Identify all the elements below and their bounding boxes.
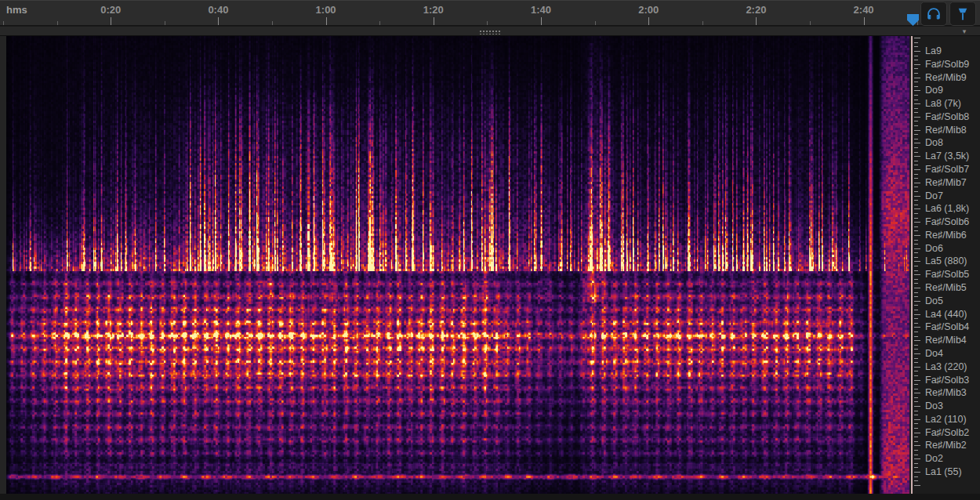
note-label: Re♯/Mib6 bbox=[925, 230, 967, 241]
note-tick bbox=[914, 367, 920, 368]
note-label: Fa♯/Solb2 bbox=[925, 427, 969, 438]
note-tick bbox=[914, 371, 918, 371]
note-tick bbox=[914, 213, 918, 214]
note-tick bbox=[914, 130, 920, 131]
note-tick bbox=[914, 349, 918, 350]
note-tick bbox=[914, 437, 918, 437]
note-tick bbox=[914, 183, 920, 183]
note-tick bbox=[914, 314, 920, 315]
note-tick bbox=[914, 433, 920, 433]
note-tick bbox=[914, 415, 918, 415]
note-tick bbox=[914, 380, 920, 381]
time-tick bbox=[379, 21, 380, 25]
scrollbar-grip[interactable] bbox=[478, 29, 502, 34]
note-tick bbox=[914, 125, 918, 126]
note-tick bbox=[914, 485, 920, 486]
note-label: Fa♯/Solb3 bbox=[925, 375, 969, 386]
note-tick bbox=[914, 401, 918, 402]
note-label: La7 (3,5k) bbox=[925, 150, 969, 161]
note-tick bbox=[914, 257, 918, 258]
note-tick bbox=[914, 419, 920, 420]
note-label: Re♯/Mib7 bbox=[925, 177, 967, 188]
note-tick bbox=[914, 266, 918, 266]
note-tick bbox=[914, 64, 920, 65]
note-tick bbox=[914, 283, 918, 284]
note-tick bbox=[914, 248, 920, 249]
note-tick bbox=[914, 340, 920, 341]
note-tick bbox=[914, 121, 918, 121]
monitor-button[interactable] bbox=[920, 2, 947, 26]
note-tick bbox=[914, 78, 920, 78]
note-label: Do4 bbox=[925, 348, 943, 359]
note-label: Re♯/Mib5 bbox=[925, 282, 967, 293]
note-tick bbox=[914, 441, 918, 442]
playhead-line bbox=[911, 36, 913, 494]
note-label: Re♯/Mib2 bbox=[925, 440, 967, 451]
note-tick bbox=[914, 480, 918, 481]
note-tick bbox=[914, 305, 918, 306]
note-tick bbox=[914, 191, 918, 192]
note-tick bbox=[914, 42, 918, 43]
note-tick bbox=[914, 389, 918, 389]
time-tick-label: 1:00 bbox=[316, 4, 336, 16]
note-label: Do7 bbox=[925, 190, 943, 201]
note-tick bbox=[914, 411, 918, 411]
note-tick bbox=[914, 235, 920, 236]
note-label: La5 (880) bbox=[925, 255, 967, 266]
note-label: La8 (7k) bbox=[925, 98, 961, 109]
note-tick bbox=[914, 51, 920, 52]
note-tick bbox=[914, 375, 918, 376]
note-tick bbox=[914, 261, 920, 262]
note-tick bbox=[914, 152, 918, 153]
note-tick bbox=[914, 208, 920, 209]
note-tick bbox=[914, 86, 918, 87]
ruler-options-dropdown-icon[interactable]: ▾ bbox=[958, 27, 971, 36]
time-tick bbox=[165, 21, 165, 25]
time-tick-label: 2:00 bbox=[638, 4, 659, 16]
time-tick-label: 2:40 bbox=[854, 4, 874, 16]
note-label: Fa♯/Solb4 bbox=[925, 321, 969, 332]
note-tick bbox=[914, 95, 918, 96]
note-label: Fa♯/Solb5 bbox=[925, 269, 969, 280]
note-tick bbox=[914, 147, 918, 148]
pin-button[interactable] bbox=[949, 2, 976, 26]
note-tick bbox=[914, 301, 920, 302]
note-tick bbox=[914, 406, 920, 407]
note-tick bbox=[914, 112, 918, 113]
note-tick bbox=[914, 476, 918, 477]
note-tick bbox=[914, 169, 920, 170]
note-tick bbox=[914, 100, 918, 100]
note-label: Do3 bbox=[925, 400, 943, 411]
note-tick bbox=[914, 296, 918, 297]
note-label: La3 (220) bbox=[925, 361, 967, 372]
note-label: Do5 bbox=[925, 295, 943, 306]
pitch-ruler[interactable]: La9Fa♯/Solb9Re♯/Mib9Do9La8 (7k)Fa♯/Solb8… bbox=[909, 36, 980, 494]
time-tick bbox=[810, 21, 811, 25]
note-tick bbox=[914, 458, 920, 459]
note-tick bbox=[914, 46, 918, 47]
note-label: La1 (55) bbox=[925, 466, 962, 477]
note-tick bbox=[914, 230, 918, 231]
time-unit-label: hms bbox=[6, 4, 27, 16]
note-label: Re♯/Mib8 bbox=[925, 125, 967, 136]
time-ruler[interactable]: hms 0:200:401:001:201:402:002:202:40 bbox=[0, 0, 980, 26]
note-label: Fa♯/Solb9 bbox=[925, 59, 969, 70]
note-tick bbox=[914, 222, 920, 223]
note-label: La2 (110) bbox=[925, 414, 967, 425]
note-tick bbox=[914, 244, 918, 245]
time-tick bbox=[864, 17, 865, 25]
spectrogram-canvas[interactable] bbox=[6, 36, 909, 494]
time-tick bbox=[326, 17, 327, 25]
horizontal-scrollbar[interactable]: ▾ bbox=[0, 26, 980, 36]
time-tick-label: 0:40 bbox=[208, 4, 228, 16]
note-tick bbox=[914, 332, 918, 332]
note-tick bbox=[914, 156, 920, 157]
note-tick bbox=[914, 445, 920, 446]
time-tick bbox=[595, 21, 596, 25]
spectral-editor-window: { "time_ruler": { "unit_label": "hms", "… bbox=[0, 0, 980, 500]
time-tick bbox=[541, 17, 542, 25]
note-tick bbox=[914, 345, 918, 346]
note-tick bbox=[914, 393, 920, 393]
note-label: La4 (440) bbox=[925, 309, 967, 320]
note-tick bbox=[914, 336, 918, 337]
